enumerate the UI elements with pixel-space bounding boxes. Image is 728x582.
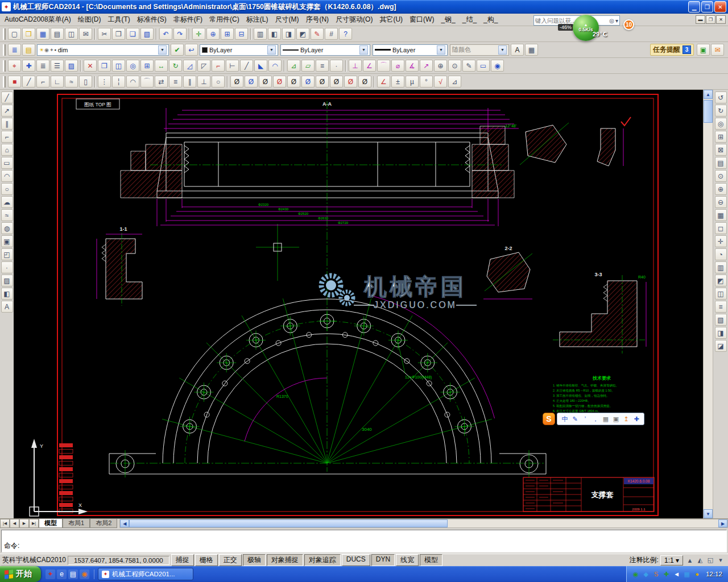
tab-last-button[interactable]: ▶| [29,519,39,528]
iso-view-icon[interactable]: ◫ [715,288,727,300]
plot-preview-icon[interactable]: ◫ [65,28,78,40]
menu-other[interactable]: 其它(U) [376,14,406,26]
tolerance-icon[interactable]: ⊕ [434,60,447,72]
angle-symbol-icon[interactable]: ∠ [377,76,390,88]
tray-network-icon[interactable]: ▦ [682,570,691,579]
diameter-dim-8-icon[interactable]: Ø [330,76,343,88]
angle-tool-icon[interactable]: ∟ [51,76,64,88]
horizontal-scroll-track[interactable] [448,519,718,527]
copy-object-icon[interactable]: ❐ [98,60,111,72]
lights-icon[interactable]: ◪ [715,340,727,352]
rotate-icon[interactable]: ↻ [169,60,182,72]
ortho-toggle[interactable]: 正交 [219,554,242,566]
toolbar-grip[interactable] [3,60,6,72]
parallel-icon[interactable]: ∥ [183,76,196,88]
tab-model[interactable]: 模型 [39,519,63,528]
update-icon[interactable]: ▣ [697,44,710,56]
zoom-out-icon[interactable]: ⊖ [715,196,727,208]
properties-icon[interactable]: ▥ [254,28,267,40]
mirror-icon[interactable]: ◫ [112,60,125,72]
otrack-toggle[interactable]: 对象追踪 [304,554,341,566]
hatch-tools-icon[interactable]: ▨ [65,60,78,72]
layer-previous-icon[interactable]: ↩ [185,44,198,56]
dim-edit-icon[interactable]: ✎ [462,60,475,72]
diameter-dim-10-icon[interactable]: Ø [358,76,371,88]
polyline-tool-icon[interactable]: ⌐ [36,76,49,88]
zoom-realtime-icon[interactable]: ◎ [715,118,727,130]
dyn-toggle[interactable]: DYN [371,554,395,566]
area-icon[interactable]: ▱ [301,60,315,72]
vertical-scrollbar[interactable]: ▲ ▼ [703,90,713,518]
tray-update-icon[interactable]: ● [693,570,701,579]
tray-qq-icon[interactable]: ◆ [642,570,650,579]
search-icon[interactable]: ◎ [609,18,614,24]
zoom-flyout-icon[interactable]: ◉ [491,60,504,72]
hatch-icon[interactable]: ▨ [1,275,13,286]
perpendicular-icon[interactable]: ⊥ [197,76,210,88]
insert-block-icon[interactable]: ▣ [1,235,13,247]
search-dropdown-icon[interactable]: ▾ [615,18,618,24]
diameter-dim-3-icon[interactable]: Ø [259,76,272,88]
restore-button[interactable]: ❐ [701,1,713,13]
menu-common-parts[interactable]: 常用件(C) [206,14,243,26]
start-button[interactable]: 开始 [0,566,41,582]
plus-minus-icon[interactable]: ± [391,76,404,88]
construction-line-icon[interactable]: ↗ [1,105,13,117]
dim-style-icon[interactable]: ▭ [477,60,490,72]
multiline-icon[interactable]: ∥ [1,118,13,130]
front-view-icon[interactable]: ◩ [715,275,727,286]
designcenter-icon[interactable]: ◧ [268,28,281,40]
redraw-icon[interactable]: ↺ [715,92,727,103]
quick-leader-icon[interactable]: ↗ [420,60,433,72]
diameter-dim-9-icon[interactable]: Ø [344,76,357,88]
sogou-keyboard-icon[interactable]: ▦ [601,415,610,423]
render-icon[interactable]: ▧ [715,314,727,326]
erase-icon[interactable]: ✕ [84,60,97,72]
sogou-up-icon[interactable]: ↥ [622,415,631,423]
diameter-dim-7-icon[interactable]: Ø [316,76,329,88]
menu-dimension[interactable]: 尺寸(M) [271,14,302,26]
tool-palettes-icon[interactable]: ◨ [282,28,295,40]
array-icon[interactable]: ⊞ [140,60,154,72]
quicklaunch-ie-icon[interactable]: e [57,569,67,579]
status-menu-icon[interactable]: ▾ [715,555,726,566]
zoom-all-icon[interactable]: ▦ [715,209,727,221]
linetype-tools-icon[interactable]: ☰ [51,60,64,72]
lineweight-combo[interactable]: ByLayer ▼ [373,44,448,56]
sogou-quote-icon[interactable]: ’ [581,415,590,422]
menu-gou[interactable]: _构_ [480,14,501,26]
diameter-dim-2-icon[interactable]: Ø [245,76,258,88]
save-icon[interactable]: ▦ [36,28,49,40]
dim-radius-icon[interactable]: ⌒ [377,60,390,72]
polygon-icon[interactable]: ⌂ [1,144,13,156]
menu-steel[interactable]: _钢_ [437,14,458,26]
plot-icon[interactable]: ▤ [51,28,64,40]
menu-annotate[interactable]: 标注(L) [243,14,272,26]
diameter-dim-5-icon[interactable]: Ø [287,76,300,88]
linetype-combo-arrow-icon[interactable]: ▼ [359,45,368,55]
tab-first-button[interactable]: |◀ [0,519,10,528]
zoom-in-icon[interactable]: ⊕ [715,183,727,195]
zoom-realtime-icon[interactable]: ⊕ [206,28,220,40]
circle-icon[interactable]: ○ [1,183,13,195]
polyline-icon[interactable]: ⌐ [1,131,13,143]
point-style-icon[interactable]: ⌖ [8,60,21,72]
notification-badge[interactable]: 10 [623,19,634,30]
curve-tool-icon[interactable]: ≈ [65,76,78,88]
zoom-previous-icon[interactable]: ⊟ [235,28,248,40]
mirror-lr-icon[interactable]: ⇄ [155,76,168,88]
move-icon[interactable]: ✚ [22,60,35,72]
title-bar[interactable]: ✦ 机械工程师CAD2014 - [C:\Documents and Setti… [0,0,728,14]
toolbar-grip[interactable] [3,76,6,88]
chamfer-icon[interactable]: ◣ [254,60,267,72]
publish-icon[interactable]: ✉ [79,28,92,40]
scroll-left-icon[interactable]: ◀ [120,519,129,527]
child-minimize-button[interactable]: ▬ [696,15,705,24]
arc-icon[interactable]: ◠ [1,170,13,182]
annotation-scale-value[interactable]: 1:1 ▾ [660,555,683,566]
diameter-dim-6-icon[interactable]: Ø [301,76,315,88]
zoom-extents-icon[interactable]: ◻ [715,222,727,234]
named-views-icon[interactable]: ▥ [715,261,727,273]
lineweight-toggle[interactable]: 线宽 [396,554,419,566]
list-icon[interactable]: ≡ [316,60,329,72]
